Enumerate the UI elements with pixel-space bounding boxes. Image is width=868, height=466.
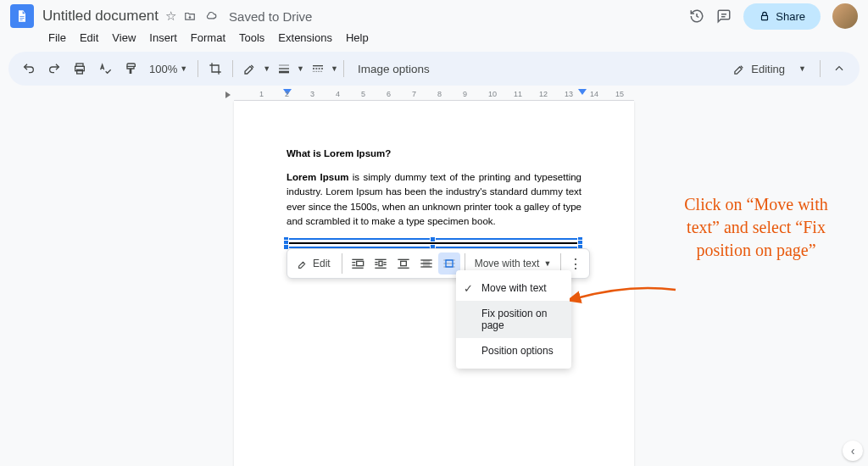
explore-button[interactable]: ‹ xyxy=(843,441,863,461)
border-weight-button[interactable] xyxy=(272,57,296,80)
document-title[interactable]: Untitled document xyxy=(42,8,159,25)
menu-edit[interactable]: Edit xyxy=(74,29,104,47)
spellcheck-button[interactable] xyxy=(93,57,117,80)
svg-rect-14 xyxy=(356,261,363,265)
break-text-button[interactable] xyxy=(392,252,415,275)
print-button[interactable] xyxy=(68,57,92,80)
zoom-select[interactable]: 100%▼ xyxy=(144,63,192,75)
paint-format-button[interactable] xyxy=(119,57,142,80)
svg-rect-30 xyxy=(420,266,431,267)
dropdown-item-fix-position[interactable]: Fix position on page xyxy=(456,301,571,338)
document-page[interactable]: What is Lorem Ipsum? Lorem Ipsum is simp… xyxy=(234,101,634,466)
svg-rect-23 xyxy=(375,268,386,269)
svg-rect-13 xyxy=(352,262,355,263)
svg-rect-15 xyxy=(352,264,355,265)
redo-button[interactable] xyxy=(42,57,66,80)
document-paragraph[interactable]: Lorem Ipsum is simply dummy text of the … xyxy=(287,170,581,229)
border-color-button[interactable] xyxy=(238,57,262,80)
document-heading[interactable]: What is Lorem Ipsum? xyxy=(287,148,581,158)
cloud-saved-icon[interactable] xyxy=(203,10,219,22)
menu-help[interactable]: Help xyxy=(340,29,375,47)
menu-tools[interactable]: Tools xyxy=(233,29,270,47)
dropdown-item-move-with-text[interactable]: ✓ Move with text xyxy=(456,275,571,301)
left-indent-marker[interactable] xyxy=(225,92,235,98)
menu-view[interactable]: View xyxy=(106,29,142,47)
check-icon: ✓ xyxy=(464,282,473,295)
svg-rect-16 xyxy=(352,268,363,269)
menu-extensions[interactable]: Extensions xyxy=(272,29,338,47)
menu-format[interactable]: Format xyxy=(185,29,231,47)
crop-button[interactable] xyxy=(203,57,227,80)
svg-rect-21 xyxy=(375,264,377,265)
border-dash-button[interactable] xyxy=(306,57,330,80)
comments-icon[interactable] xyxy=(716,8,732,24)
svg-rect-26 xyxy=(398,268,409,269)
collapse-toolbar-button[interactable] xyxy=(827,57,851,80)
horizontal-ruler[interactable]: 123456789101112131415 xyxy=(234,89,634,101)
right-indent-marker[interactable] xyxy=(578,89,587,95)
share-button[interactable]: Share xyxy=(743,3,821,30)
pencil-icon xyxy=(733,63,746,75)
lock-icon xyxy=(759,10,771,22)
dropdown-item-position-options[interactable]: Position options xyxy=(456,338,571,363)
editing-mode-button[interactable]: Editing ▼ xyxy=(726,63,813,75)
svg-rect-19 xyxy=(379,261,382,265)
svg-rect-18 xyxy=(375,262,377,263)
svg-rect-12 xyxy=(352,259,363,260)
svg-rect-17 xyxy=(375,259,386,260)
pencil-icon xyxy=(298,258,309,269)
svg-rect-24 xyxy=(398,259,409,260)
svg-rect-25 xyxy=(400,261,406,265)
position-dropdown-menu: ✓ Move with text Fix position on page Po… xyxy=(456,270,571,369)
title-bar: Untitled document ☆ Saved to Drive Share xyxy=(0,0,868,27)
svg-rect-22 xyxy=(383,264,386,265)
menu-bar: File Edit View Insert Format Tools Exten… xyxy=(0,27,868,52)
save-status-text: Saved to Drive xyxy=(229,9,312,24)
image-options-button[interactable]: Image options xyxy=(349,63,438,75)
selected-image[interactable] xyxy=(287,240,580,247)
history-icon[interactable] xyxy=(689,8,704,24)
behind-text-button[interactable] xyxy=(415,252,437,275)
svg-rect-32 xyxy=(443,263,454,264)
star-icon[interactable]: ☆ xyxy=(165,8,176,24)
svg-rect-29 xyxy=(420,263,431,264)
undo-button[interactable] xyxy=(17,57,41,80)
docs-logo-icon[interactable] xyxy=(10,4,34,28)
user-avatar[interactable] xyxy=(832,3,858,29)
svg-rect-28 xyxy=(420,259,431,260)
svg-rect-20 xyxy=(383,262,386,263)
svg-rect-2 xyxy=(762,15,768,19)
resize-handle-n[interactable] xyxy=(430,236,436,242)
share-label: Share xyxy=(776,10,805,23)
toolbar: 100%▼ ▼ ▼ ▼ Image options Editing ▼ xyxy=(8,52,860,86)
annotation-text: Click on “Move with text” and select “Fi… xyxy=(671,193,841,262)
edit-image-button[interactable]: Edit xyxy=(291,254,337,273)
move-folder-icon[interactable] xyxy=(183,10,197,22)
menu-file[interactable]: File xyxy=(42,29,72,47)
wrap-text-button[interactable] xyxy=(370,252,392,275)
menu-insert[interactable]: Insert xyxy=(143,29,183,47)
wrap-inline-button[interactable] xyxy=(347,252,369,275)
